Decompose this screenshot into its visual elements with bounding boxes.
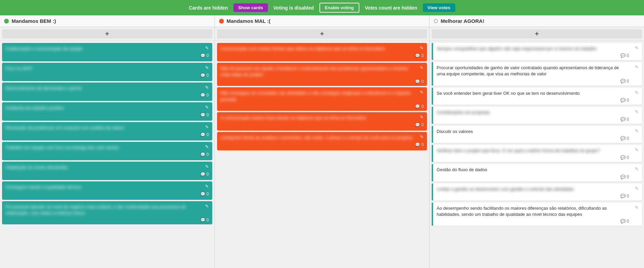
card-text: Conseguiu manter a qualidade técnica (5, 184, 209, 190)
add-row-bem: + (0, 27, 214, 41)
edit-icon[interactable]: ✎ (635, 64, 639, 70)
column-melhorar-header: Melhorar AGORA! (430, 15, 644, 27)
column-melhorar-dot (434, 19, 438, 23)
card-bem-8: ✎ Foi possível atender ao nível de negóc… (2, 201, 212, 224)
card-text: Gestão do fluxo de dados (437, 167, 629, 173)
column-mal-title: Mandamos MAL :( (227, 18, 271, 24)
column-mal-header: Mandamos MAL :( (215, 15, 429, 27)
card-bem-4: ✎ Resolução de problemas em conjunto com… (2, 122, 212, 140)
card-actions: 💬 0 (437, 53, 629, 58)
comment-count: 💬 0 (620, 53, 629, 58)
card-melhorar-5: ✎ Verificar bem o projeto que ficou. E v… (432, 145, 642, 162)
card-text: Limitar a gestão ao desenvolver com gest… (437, 186, 629, 192)
comment-count: 💬 0 (200, 73, 209, 78)
edit-icon[interactable]: ✎ (635, 45, 639, 50)
card-actions: 💬 0 (5, 73, 209, 78)
card-actions: 💬 0 (437, 136, 629, 141)
card-melhorar-6: ✎ Gestão do fluxo de dados 💬 0 (432, 164, 642, 181)
edit-icon[interactable]: ✎ (635, 90, 639, 95)
card-text: Ao desempenho sendo facilitando os maior… (437, 205, 629, 218)
card-actions: 💬 0 (5, 93, 209, 98)
card-melhorar-3: ✎ Contribuições em proposta 💬 0 (432, 107, 642, 124)
card-actions: 💬 0 (437, 117, 629, 122)
comment-count: 💬 0 (620, 117, 629, 122)
card-actions: 💬 0 (220, 53, 424, 58)
comment-count: 💬 0 (200, 53, 209, 58)
voting-disabled-label: Voting is disabled (273, 5, 314, 11)
card-text: Limitações frente às análises e previsõe… (220, 135, 424, 141)
card-text: Não conseguiu se consolidar nas atividad… (220, 90, 424, 102)
card-bem-3: ✎ Ambiente de trabalho positivo 💬 0 (2, 102, 212, 121)
card-text: A comunicação estava fraca diante os obj… (220, 115, 424, 121)
card-text: Trabalho em equipe com foco na entrega d… (5, 145, 209, 151)
column-bem: Mandamos BEM :) + ✎ Colaboração e comuni… (0, 15, 215, 268)
edit-icon[interactable]: ✎ (635, 109, 639, 114)
card-actions: 💬 0 (5, 132, 209, 137)
edit-icon[interactable]: ✎ (635, 147, 639, 152)
card-text: Ambiente de trabalho positivo (5, 105, 209, 111)
card-text: Procurar oportunidades de ganho de valor… (437, 65, 629, 77)
comment-count: 💬 0 (620, 98, 629, 103)
comment-count: 💬 0 (620, 175, 629, 179)
comment-count: 💬 0 (200, 113, 209, 117)
card-bem-6: ✎ Adaptação às novas demandas 💬 0 (2, 162, 212, 180)
comment-count: 💬 0 (620, 219, 629, 224)
card-melhorar-2: ✎ Se você entender bem geral tiver OK no… (432, 88, 642, 105)
card-text: Adaptação às novas demandas (5, 164, 209, 170)
card-text: Gerenciamento de demandas e sprints (5, 85, 209, 91)
add-card-mal-button[interactable]: + (217, 29, 427, 39)
card-text: Contribuições em proposta (437, 109, 629, 116)
card-text: Resolução de problemas em conjunto com a… (5, 125, 209, 131)
comment-count: 💬 0 (200, 192, 209, 196)
card-mal-0: ✎ Comunicação com outras frentes que afe… (217, 43, 427, 61)
column-mal: Mandamos MAL :( + ✎ Comunicação com outr… (215, 15, 430, 268)
card-melhorar-7: ✎ Limitar a gestão ao desenvolver com ge… (432, 183, 642, 200)
card-mal-1: ✎ Não foi possível nos ajudar a fortalec… (217, 63, 427, 86)
card-text: Foi possível atender ao nível de negócio… (5, 204, 209, 216)
card-actions: 💬 0 (5, 172, 209, 177)
comment-count: 💬 0 (415, 142, 424, 147)
comment-count: 💬 0 (415, 79, 424, 84)
card-bem-0: ✎ Colaboração e comunicação da equipe 💬 … (2, 43, 212, 61)
card-actions: 💬 0 (437, 79, 629, 84)
comment-count: 💬 0 (620, 194, 629, 198)
card-text: Não foi possível nos ajudar a fortalecer… (220, 65, 424, 78)
card-bem-7: ✎ Conseguiu manter a qualidade técnica 💬… (2, 181, 212, 200)
board: Mandamos BEM :) + ✎ Colaboração e comuni… (0, 15, 644, 268)
show-cards-button[interactable]: Show cards (233, 3, 268, 12)
comment-count: 💬 0 (620, 79, 629, 84)
card-actions: 💬 0 (5, 192, 209, 196)
cards-area-bem: ✎ Colaboração e comunicação da equipe 💬 … (0, 41, 214, 268)
column-bem-dot (4, 19, 9, 24)
edit-icon[interactable]: ✎ (635, 186, 639, 191)
add-row-mal: + (215, 27, 429, 41)
edit-icon[interactable]: ✎ (635, 128, 639, 133)
card-actions: 💬 0 (5, 113, 209, 117)
card-actions: 💬 0 (5, 152, 209, 157)
add-card-bem-button[interactable]: + (2, 29, 212, 39)
card-melhorar-0: ✎ Sempre compartilhar que alguém não sej… (432, 43, 642, 60)
cards-area-melhorar: ✎ Sempre compartilhar que alguém não sej… (430, 41, 644, 268)
comment-count: 💬 0 (200, 93, 209, 98)
card-text: Comunicação com outras frentes que afeto… (220, 46, 424, 52)
column-mal-dot (219, 19, 224, 24)
card-bem-1: ✎ Foco no MVP 💬 0 (2, 63, 212, 81)
comment-count: 💬 0 (200, 132, 209, 137)
view-votes-button[interactable]: View votes (423, 3, 455, 12)
comment-count: 💬 0 (620, 155, 629, 160)
card-mal-4: ✎ Limitações frente às análises e previs… (217, 132, 427, 150)
cards-area-mal: ✎ Comunicação com outras frentes que afe… (215, 41, 429, 268)
comment-count: 💬 0 (200, 152, 209, 157)
card-actions: 💬 0 (437, 219, 629, 224)
edit-icon[interactable]: ✎ (635, 205, 639, 210)
comment-count: 💬 0 (620, 136, 629, 141)
add-card-melhorar-button[interactable]: + (432, 29, 642, 39)
comment-count: 💬 0 (200, 172, 209, 177)
card-actions: 💬 0 (220, 104, 424, 109)
edit-icon[interactable]: ✎ (635, 166, 639, 172)
card-text: Foco no MVP (5, 65, 209, 72)
cards-hidden-label: Cards are hidden (189, 5, 228, 11)
votes-hidden-label: Votes count are hidden (365, 5, 417, 11)
enable-voting-button[interactable]: Enable voting (319, 3, 359, 13)
card-actions: 💬 0 (5, 218, 209, 222)
